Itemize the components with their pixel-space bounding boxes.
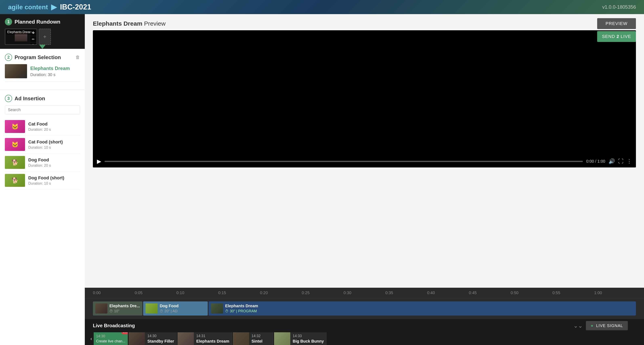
track-item-dog-food[interactable]: Dog Food ⏱ 20" | AD	[143, 302, 208, 316]
time-mark: 0:05	[135, 291, 176, 295]
lb-left-button[interactable]: ‹	[89, 336, 94, 342]
list-item[interactable]: 14:32 Sintel	[233, 332, 273, 345]
program-delete-icon[interactable]: 🗑	[76, 55, 80, 60]
list-item[interactable]: 14:33 Big Buck Bunny	[274, 332, 326, 345]
list-item: 🐕 Dog Food (short) Duration: 10 s	[5, 171, 80, 189]
ad-info: Dog Food (short) Duration: 10 s	[28, 175, 64, 186]
dog-food-short-thumbnail: 🐕	[5, 174, 25, 187]
track-title: Elephants Dream	[225, 304, 258, 308]
live-badge: live	[121, 332, 128, 334]
add-item-button[interactable]: +	[39, 29, 51, 45]
rundown-track: Elephants Dream ✥ ✏ 🗑 +	[5, 29, 80, 45]
lb-item-thumb	[178, 332, 194, 345]
progress-bar[interactable]	[104, 161, 583, 162]
time-mark: 0:25	[302, 291, 344, 295]
program-info-title: Elephants Dream	[30, 65, 70, 71]
play-button[interactable]: ▶	[97, 158, 101, 165]
ad-thumb-cat-food: 🐱	[5, 120, 25, 133]
preview-title-normal: Preview	[142, 20, 166, 27]
ad-duration: Duration: 20 s	[28, 127, 51, 132]
track-thumb-elephants	[95, 304, 108, 314]
cat-food-short-thumbnail: 🐱	[5, 138, 25, 151]
time-mark: 0:40	[427, 291, 469, 295]
lb-item-label: Big Buck Bunny	[293, 339, 324, 344]
lb-item-time: 14:30	[147, 334, 174, 338]
rundown-item-elephants[interactable]: Elephants Dream ✥ ✏ 🗑	[5, 29, 37, 45]
rundown-item-icons: ✥ ✏ 🗑	[30, 30, 36, 45]
time-mark: 1:00	[594, 291, 636, 295]
ad-info: Dog Food Duration: 20 s	[28, 157, 51, 168]
ad-thumb-dog-food: 🐕	[5, 156, 25, 169]
lb-item-info: 14:30 Standby Filler	[145, 333, 176, 345]
more-button[interactable]: ⋮	[627, 158, 632, 164]
track-meta: ⏱ 10"	[110, 309, 140, 313]
time-mark: 0:35	[385, 291, 427, 295]
list-item: 🐱 Cat Food Duration: 20 s	[5, 118, 80, 136]
lb-item-info: 14:31 Elephants Dream	[194, 333, 232, 345]
track-meta: ⏱ 20" | AD	[160, 309, 178, 313]
ad-search-input[interactable]	[5, 105, 80, 114]
track-title: Elephants Dre...	[110, 304, 140, 308]
time-marks: 0:00 0:05 0:10 0:15 0:20 0:25 0:30 0:35 …	[93, 291, 636, 295]
version-label: v1.0.0-1805356	[602, 4, 636, 10]
time-mark: 0:30	[344, 291, 386, 295]
left-panel: 1 Planned Rundown Elephants Dream ✥ ✏ 🗑	[0, 14, 85, 345]
lb-item-info: 14:32 Sintel	[249, 333, 265, 345]
time-mark: 0:10	[176, 291, 218, 295]
live-signal-button[interactable]: ● LIVE SIGNAL	[586, 321, 628, 330]
track-item-elephants-program[interactable]: Elephants Dream ⏱ 30" | PROGRAM	[208, 302, 636, 316]
lb-items: 14:30 Create live chan... live 14:30 Sta…	[94, 332, 644, 345]
program-thumb-inner	[5, 64, 27, 78]
list-item[interactable]: 14:31 Elephants Dream	[178, 332, 232, 345]
track-thumb-dog-food	[146, 304, 158, 314]
program-info-duration: Duration: 30 s	[30, 72, 70, 77]
ad-info: Cat Food (short) Duration: 10 s	[28, 139, 63, 150]
send-live-button[interactable]: SEND 2 LIVE	[597, 31, 636, 42]
timeline-ruler: 0:00 0:05 0:10 0:15 0:20 0:25 0:30 0:35 …	[85, 288, 644, 298]
edit-icon[interactable]: ✏	[30, 36, 36, 42]
move-icon[interactable]: ✥	[30, 30, 36, 35]
planned-rundown-number: 1	[5, 18, 12, 25]
logo: agile content ▶ IBC-2021	[8, 3, 91, 11]
time-mark: 0:45	[469, 291, 510, 295]
live-dot-icon: ●	[591, 323, 594, 328]
volume-button[interactable]: 🔊	[608, 158, 615, 164]
right-section: PREVIEW SEND 2 LIVE Elephants Dream Prev…	[85, 14, 644, 345]
fullscreen-button[interactable]: ⛶	[618, 158, 624, 164]
ad-thumb-dog-food-short: 🐕	[5, 174, 25, 187]
breadcrumb-arrow: ▶	[51, 3, 57, 11]
list-item[interactable]: 14:30 Standby Filler	[128, 332, 177, 345]
track-thumb-elephants-program	[211, 304, 223, 314]
track-item-elephants-short[interactable]: Elephants Dre... ⏱ 10"	[93, 302, 142, 316]
planned-rundown-section: 1 Planned Rundown Elephants Dream ✥ ✏ 🗑	[0, 14, 85, 49]
lb-item-label: Standby Filler	[147, 339, 174, 344]
ad-insertion-number: 3	[5, 95, 12, 102]
video-player: ▶ 0:00 / 1:00 🔊 ⛶ ⋮	[93, 30, 636, 167]
brand-name: agile content	[8, 3, 48, 11]
main-layout: 1 Planned Rundown Elephants Dream ✥ ✏ 🗑	[0, 14, 644, 345]
program-thumb	[5, 64, 27, 78]
track-title: Dog Food	[160, 304, 178, 308]
live-signal-label: LIVE SIGNAL	[596, 324, 623, 328]
program-selection-header: 2 Program Selection 🗑	[5, 54, 80, 61]
timeline-area: 0:00 0:05 0:10 0:15 0:20 0:25 0:30 0:35 …	[85, 288, 644, 319]
time-mark: 0:15	[218, 291, 260, 295]
live-broadcasting-section: Live Broadcasting ⌄⌄ ● LIVE SIGNAL ‹ 14:…	[85, 319, 644, 345]
preview-button[interactable]: PREVIEW	[597, 18, 636, 29]
delete-icon[interactable]: 🗑	[30, 43, 36, 45]
live-broadcasting-title: Live Broadcasting	[93, 323, 135, 329]
cat-food-thumbnail: 🐱	[5, 120, 25, 133]
program-info: Elephants Dream Duration: 30 s	[30, 65, 70, 77]
ps-header-left: 2 Program Selection	[5, 54, 61, 61]
list-item: 🐱 Cat Food (short) Duration: 10 s	[5, 136, 80, 154]
lb-item-time: 14:32	[252, 334, 262, 338]
preview-title-bold: Elephants Dream	[93, 20, 142, 27]
collapse-button[interactable]: ⌄⌄	[573, 323, 583, 329]
list-item[interactable]: 14:30 Create live chan... live	[94, 332, 128, 345]
time-mark: 0:50	[510, 291, 552, 295]
time-mark: 0:20	[260, 291, 302, 295]
ad-insertion-header: 3 Ad Insertion	[5, 95, 80, 102]
timeline-tracks: Elephants Dre... ⏱ 10" Dog Food ⏱ 20" | …	[85, 298, 644, 319]
rundown-item-label: Elephants Dream	[6, 30, 34, 34]
planned-rundown-title: Planned Rundown	[14, 19, 60, 25]
